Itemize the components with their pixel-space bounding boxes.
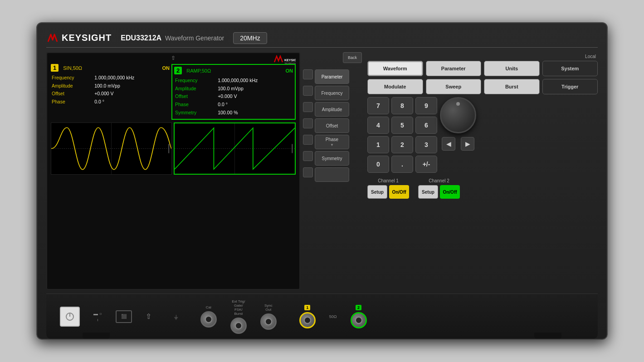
instrument-body: KEYSIGHT EDU33212A Waveform Generator 20… <box>36 22 608 340</box>
cal-bnc[interactable] <box>200 311 217 328</box>
rotary-knob[interactable] <box>440 97 476 133</box>
power-button[interactable] <box>60 307 80 327</box>
menu-item-symmetry[interactable]: Symmetry <box>315 151 349 166</box>
ch1-phase-value: 0.0 ° <box>94 98 169 106</box>
soft-btn-amplitude[interactable] <box>303 102 313 112</box>
key-plusminus[interactable]: +/- <box>415 156 437 173</box>
key-9[interactable]: 9 <box>415 97 437 114</box>
model-number: EDU33212A <box>121 34 161 42</box>
ch1-number: 1 <box>51 64 59 72</box>
channels-info-row: 1 SIN,50Ω ON Frequency 1.000,000,000 kHz <box>51 64 296 120</box>
key-7[interactable]: 7 <box>367 97 389 114</box>
ext-trig-label: Ext Trig/Gate/FSK/Burst <box>232 299 245 316</box>
menu-row-frequency: Frequency <box>303 86 362 100</box>
menu-item-offset[interactable]: Offset <box>315 118 349 133</box>
usb-port[interactable]: ⬛ <box>116 310 132 323</box>
svg-text:KEYSIGHT: KEYSIGHT <box>284 59 296 62</box>
ch2-freq-label: Frequency <box>175 77 217 84</box>
key-5[interactable]: 5 <box>391 117 413 134</box>
ch2-amp-value: 100.0 mVpp <box>218 85 292 93</box>
key-2[interactable]: 2 <box>391 136 413 153</box>
ext-trig-connector: Ext Trig/Gate/FSK/Burst <box>230 299 247 334</box>
ch2-offset-label: Offset <box>175 93 217 100</box>
menu-item-amplitude[interactable]: Amplitude <box>315 102 349 117</box>
cal-bnc-inner <box>205 316 212 323</box>
keysight-mini-logo: KEYSIGHT TECHNOLOGIES <box>273 55 296 64</box>
soft-btn-phase[interactable] <box>303 135 313 145</box>
ch2-onoff-button[interactable]: On/Off <box>440 185 460 199</box>
key-dot[interactable]: . <box>391 156 413 173</box>
key-4[interactable]: 4 <box>367 117 389 134</box>
sync-out-connector: SyncOut <box>260 303 277 330</box>
ground-symbol: ⏚ <box>174 313 178 320</box>
soft-btn-symmetry[interactable] <box>303 151 313 161</box>
ch2-params: Frequency 1.000,000,000 kHz Amplitude 10… <box>174 76 293 117</box>
soft-btn-frequency[interactable] <box>303 86 313 96</box>
key-6[interactable]: 6 <box>415 117 437 134</box>
frequency-display: 20MHz <box>233 32 267 44</box>
ch2-phase-value: 0.0 ° <box>218 101 292 108</box>
key-3[interactable]: 3 <box>415 136 437 153</box>
trigger-button[interactable]: Trigger <box>542 79 598 94</box>
navigation-arrows: ◀ ▶ <box>442 137 474 151</box>
power-symbol-i-label: I <box>97 318 98 322</box>
waveform-displays <box>51 122 296 175</box>
ch1-freq-value: 1.000,000,000 kHz <box>94 74 169 82</box>
ch1-onoff-button[interactable]: On/Off <box>389 185 409 199</box>
numpad-row-1: 7 8 9 <box>367 97 437 114</box>
ext-trig-bnc-inner <box>235 322 242 329</box>
right-arrow-button[interactable]: ▶ <box>461 137 474 151</box>
sync-out-bnc[interactable] <box>260 313 277 330</box>
soft-btn-offset[interactable] <box>303 118 313 128</box>
second-control-row: Modulate Sweep Burst Trigger <box>367 79 598 94</box>
ch2-ramp-svg <box>175 123 295 174</box>
top-control-row: Waveform Parameter Units System <box>367 61 598 76</box>
ch1-control-label: Channel 1 <box>378 178 399 183</box>
ch2-bnc[interactable] <box>351 312 367 328</box>
ch1-amp-value: 100.0 mVpp <box>94 83 169 90</box>
back-button[interactable]: Back <box>343 52 362 63</box>
numpad-row-4: 0 . +/- <box>367 156 437 173</box>
menu-item-parameter[interactable]: Parameter <box>315 69 349 84</box>
main-content: ⇧ KEYSIGHT TECHNOLOGIES <box>46 52 598 290</box>
menu-item-phase[interactable]: Phase ▼ <box>315 135 349 149</box>
cal-connector: Cal <box>200 305 217 328</box>
menu-item-extra[interactable] <box>315 167 349 182</box>
right-panel: Back Parameter Frequency Amplitude <box>303 52 362 290</box>
menu-row-extra <box>303 167 362 182</box>
ch1-setup-button[interactable]: Setup <box>367 185 387 199</box>
local-label: Local <box>367 54 598 59</box>
key-8[interactable]: 8 <box>391 97 413 114</box>
ch1-control: Channel 1 Setup On/Off <box>367 178 409 199</box>
soft-btn-parameter[interactable] <box>303 69 313 79</box>
soft-btn-extra[interactable] <box>303 167 313 177</box>
menu-item-frequency[interactable]: Frequency <box>315 86 349 100</box>
keysight-screen-logo: KEYSIGHT TECHNOLOGIES <box>273 55 296 64</box>
units-button[interactable]: Units <box>484 61 540 76</box>
key-1[interactable]: 1 <box>367 136 389 153</box>
ch2-sym-value: 100.00 % <box>218 109 292 117</box>
left-arrow-button[interactable]: ◀ <box>442 137 455 151</box>
ch1-waveform <box>51 122 172 175</box>
sweep-button[interactable]: Sweep <box>426 79 482 94</box>
burst-button[interactable]: Burst <box>484 79 540 94</box>
ch1-offset-value: +0.000 V <box>94 90 169 98</box>
ch2-control-label: Channel 2 <box>429 178 449 183</box>
ch2-control: Channel 2 Setup On/Off <box>418 178 460 199</box>
system-button[interactable]: System <box>542 61 598 76</box>
ch2-phase-label: Phase <box>175 101 217 108</box>
menu-row-parameter: Parameter <box>303 69 362 84</box>
ch2-setup-button[interactable]: Setup <box>418 185 438 199</box>
key-0[interactable]: 0 <box>367 156 389 173</box>
waveform-button[interactable]: Waveform <box>367 61 423 76</box>
ch1-bnc[interactable] <box>299 312 316 328</box>
ch2-output-connector: 2 <box>351 305 367 328</box>
cal-label: Cal <box>206 305 211 309</box>
modulate-button[interactable]: Modulate <box>367 79 423 94</box>
ch2-type: RAMP,50Ω <box>186 68 211 73</box>
numpad-row-2: 4 5 6 <box>367 117 437 134</box>
ch1-header: 1 SIN,50Ω ON <box>51 64 170 72</box>
power-symbol-i: ▬ ○ <box>93 311 102 316</box>
parameter-button[interactable]: Parameter <box>426 61 482 76</box>
device-type: Waveform Generator <box>165 34 224 42</box>
